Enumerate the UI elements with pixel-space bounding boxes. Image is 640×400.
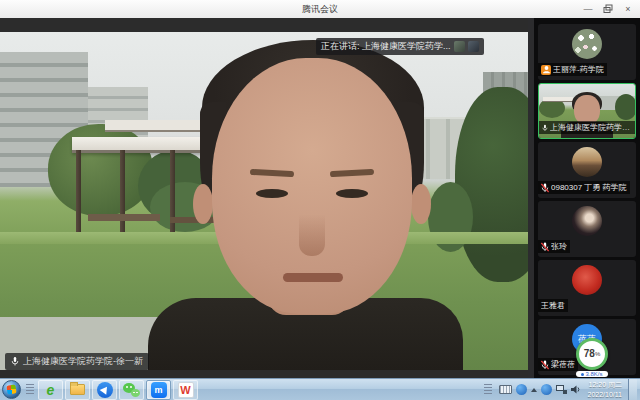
speaker-ear: [193, 184, 213, 224]
mic-icon: [542, 123, 548, 133]
muted-mic-icon: [541, 183, 549, 193]
speaker-eye: [336, 189, 368, 198]
window-controls: — ×: [578, 0, 638, 18]
pavilion-roof-upper: [105, 120, 200, 132]
network-speed: 3.8K/s: [576, 371, 608, 377]
participant-name-tag: 王雅君: [538, 299, 568, 312]
speaking-indicator-label: 正在讲话: 上海健康医学院药学...: [321, 40, 451, 53]
volume-icon[interactable]: [571, 385, 581, 394]
participant-name-tag: 上海健康医学院药学院-徐...: [539, 121, 635, 134]
participant-tile-2[interactable]: 上海健康医学院药学院-徐...: [538, 83, 636, 139]
speaker-nose: [299, 204, 325, 256]
muted-mic-icon: [541, 360, 549, 370]
network-speed-label: 3.8K/s: [585, 371, 602, 377]
mic-icon: [11, 356, 19, 367]
titlebar: 腾讯会议 — ×: [0, 0, 640, 19]
speaking-indicator: 正在讲话: 上海健康医学院药学...: [316, 38, 484, 55]
participant-avatar: [572, 29, 602, 59]
restore-icon: [603, 4, 614, 14]
windows-logo-icon: [6, 384, 16, 394]
network-tray-icon[interactable]: [556, 385, 567, 394]
ime-keyboard-icon[interactable]: [499, 385, 512, 394]
blue-arrow-app-icon: [97, 382, 113, 398]
participant-avatar: [572, 206, 602, 236]
participant-name: 张玲: [551, 241, 567, 252]
taskbar-wechat-button[interactable]: [119, 380, 144, 400]
muted-mic-icon: [541, 242, 549, 252]
hidden-icons-arrow[interactable]: [531, 388, 537, 392]
taskbar-explorer-button[interactable]: [65, 380, 90, 400]
speaker-mini-avatar: [468, 41, 479, 52]
participant-tile-1[interactable]: 王丽萍-药学院: [538, 24, 636, 80]
folder-icon: [70, 384, 85, 395]
window-title: 腾讯会议: [302, 3, 338, 16]
meeting-content: 正在讲话: 上海健康医学院药学... 上海健康医学院药学院-徐一新: [0, 18, 640, 378]
participant-name: 梁蓓蓓: [551, 359, 575, 370]
battery-percent: 78: [584, 349, 595, 359]
participant-name: 0980307 丁勇 药学院: [551, 182, 627, 193]
minimize-button[interactable]: —: [578, 1, 598, 17]
taskbar: e m W: [0, 378, 640, 400]
campus-video-scene: [0, 32, 528, 370]
speaker-mini-avatar: [454, 41, 465, 52]
participant-name: 王雅君: [541, 300, 565, 311]
tray-app-blue-icon[interactable]: [516, 384, 527, 395]
participants-sidebar: 王丽萍-药学院: [534, 18, 640, 378]
tree: [455, 87, 528, 282]
participant-name-tag: 张玲: [538, 240, 570, 253]
close-button[interactable]: ×: [618, 1, 638, 17]
battery-ring: 78 %: [576, 338, 608, 370]
mini-tree: [615, 94, 636, 120]
clock-time: 12:20 周二: [587, 380, 622, 389]
pavilion-post: [76, 150, 81, 242]
taskbar-browser-button[interactable]: e: [38, 380, 63, 400]
main-name-tag: 上海健康医学院药学院-徐一新: [5, 353, 149, 370]
tencent-meeting-icon: m: [151, 382, 167, 398]
pavilion-post: [120, 150, 125, 242]
system-tray: 12:20 周二 2022/10/11: [481, 379, 637, 400]
speaker-eye: [256, 189, 288, 198]
participant-tile-4[interactable]: 张玲: [538, 201, 636, 257]
network-dot-icon: [581, 373, 584, 376]
mini-pavilion: [543, 97, 573, 102]
start-button[interactable]: [2, 380, 21, 399]
tray-clock[interactable]: 12:20 周二 2022/10/11: [587, 380, 622, 399]
pavilion-bench: [88, 214, 160, 221]
restore-button[interactable]: [598, 1, 618, 17]
participant-name: 王丽萍-药学院: [553, 64, 604, 75]
participant-tile-5[interactable]: 王雅君: [538, 260, 636, 316]
participant-tile-3[interactable]: 0980307 丁勇 药学院: [538, 142, 636, 198]
participant-name: 上海健康医学院药学院-徐...: [550, 122, 632, 133]
battery-widget[interactable]: 78 % 3.8K/s: [573, 338, 611, 377]
main-video[interactable]: 正在讲话: 上海健康医学院药学... 上海健康医学院药学院-徐一新: [0, 18, 528, 378]
speaker-mouth: [283, 273, 343, 282]
participant-name-tag: 王丽萍-药学院: [538, 63, 607, 76]
host-icon: [541, 65, 551, 75]
tencent-meeting-window: 腾讯会议 — ×: [0, 0, 640, 400]
tray-grip-icon: [484, 384, 492, 396]
battery-percent-sign: %: [595, 351, 600, 357]
taskbar-meeting-button[interactable]: m: [146, 380, 171, 400]
participant-avatar: [572, 147, 602, 177]
taskbar-blue-app-button[interactable]: [92, 380, 117, 400]
clock-date: 2022/10/11: [587, 390, 622, 399]
main-name-label: 上海健康医学院药学院-徐一新: [23, 355, 143, 368]
show-desktop-button[interactable]: [628, 379, 637, 400]
wps-icon: W: [178, 382, 194, 398]
taskbar-wps-button[interactable]: W: [173, 380, 198, 400]
participant-name-tag: 梁蓓蓓: [538, 358, 578, 371]
toolbar-grip-icon: [26, 384, 34, 396]
participant-avatar: [572, 265, 602, 295]
wechat-icon: [123, 383, 140, 397]
browser-e-icon: e: [47, 383, 55, 397]
tray-app-blue2-icon[interactable]: [541, 384, 552, 395]
participant-name-tag: 0980307 丁勇 药学院: [538, 181, 630, 194]
pavilion-post: [170, 150, 175, 242]
speaker-ear: [411, 184, 431, 224]
